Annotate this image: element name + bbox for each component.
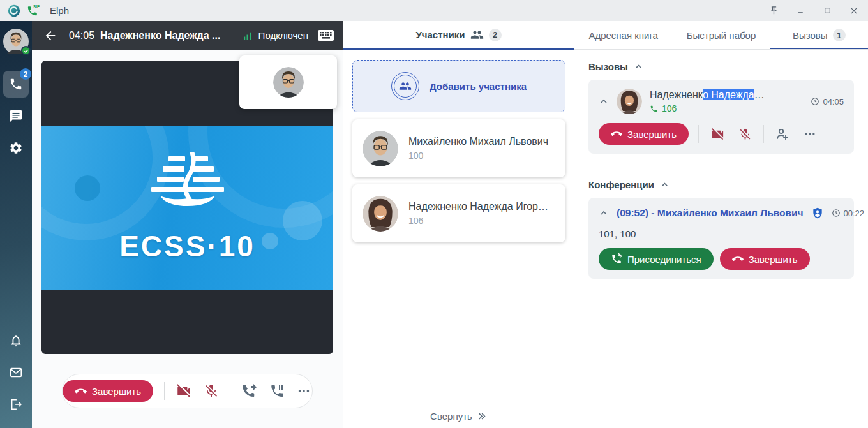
active-call-card: Надежненко Надежда… 106 04:05	[588, 80, 854, 154]
gear-icon	[9, 141, 23, 155]
participant-name: Надежненко Надежда Игор…	[408, 201, 548, 212]
keyboard-icon[interactable]	[317, 29, 334, 42]
right-panel: Адресная книга Быстрый набор Вызовы 1 Вы…	[574, 21, 868, 428]
ecss-logo: ECSS·10	[41, 126, 333, 290]
self-view-thumbnail[interactable]	[239, 55, 337, 109]
participant-avatar	[363, 196, 398, 232]
online-status-icon	[21, 46, 31, 55]
hold-call-icon[interactable]	[269, 382, 285, 400]
participants-count-badge: 2	[489, 29, 502, 41]
minimize-button[interactable]	[794, 4, 807, 17]
collapse-call-icon[interactable]	[599, 96, 609, 107]
chat-icon	[9, 109, 23, 123]
camera-off-icon[interactable]	[708, 125, 726, 143]
connection-status: Подключен	[258, 30, 308, 41]
calls-tab-badge: 1	[833, 29, 846, 41]
clock-icon	[811, 97, 819, 106]
collapse-conference-icon[interactable]	[599, 208, 609, 218]
controls-divider	[164, 382, 165, 400]
participant-name: Михайленко Михаил Львович	[408, 136, 548, 147]
people-icon	[470, 28, 484, 41]
app-logo-icon	[8, 4, 20, 17]
active-call-panel: 04:05 Надежненко Надежда ... Подключен	[32, 21, 343, 428]
actions-divider	[763, 125, 764, 143]
conference-duration: 00:22	[844, 209, 865, 218]
user-avatar[interactable]	[3, 29, 29, 54]
app-window: SIP Elph	[0, 0, 868, 428]
double-chevron-right-icon	[476, 411, 487, 421]
sidebar-item-settings[interactable]	[3, 135, 29, 161]
sidebar-item-logout[interactable]	[3, 391, 29, 418]
calls-section-header[interactable]: Вызовы	[588, 61, 854, 72]
clock-icon	[832, 209, 841, 218]
phone-icon	[9, 77, 23, 91]
phone-icon	[650, 105, 658, 113]
sidebar-item-chat[interactable]	[3, 103, 29, 129]
logout-icon	[9, 397, 23, 411]
sidebar-divider	[5, 64, 27, 64]
call-header: 04:05 Надежненко Надежда ... Подключен	[32, 21, 343, 50]
conference-card: (09:52) - Михайленко Михаил Львович 00:2…	[588, 198, 854, 279]
signal-strength-icon	[242, 30, 253, 41]
participants-header: Участники 2	[343, 21, 574, 50]
call-contact-name: Надежненко Надежда…	[650, 89, 765, 101]
join-conference-button[interactable]: Присоединиться	[599, 248, 714, 270]
call-duration: 04:05	[69, 30, 94, 41]
tab-speed-dial[interactable]: Быстрый набор	[672, 21, 770, 49]
conferences-section-header[interactable]: Конференции	[588, 179, 854, 190]
end-conference-button[interactable]: Завершить	[720, 248, 810, 270]
conference-members: 101, 100	[599, 228, 844, 239]
call-controls-bar: Завершить	[62, 374, 313, 408]
transfer-call-icon[interactable]	[241, 382, 258, 400]
call-contact-number: 106	[662, 103, 677, 114]
mic-off-icon[interactable]	[203, 382, 220, 400]
participant-card[interactable]: Михайленко Михаил Львович 100	[352, 119, 565, 177]
mic-off-icon[interactable]	[736, 125, 754, 143]
maximize-button[interactable]	[821, 4, 834, 17]
more-options-icon[interactable]	[801, 125, 819, 143]
end-call-button[interactable]: Завершить	[599, 123, 689, 145]
more-options-icon[interactable]	[296, 382, 312, 400]
callee-name: Надежненко Надежда ...	[100, 30, 220, 41]
call-card-duration: 04:05	[823, 97, 844, 107]
selected-text: о Надежда	[703, 89, 754, 100]
controls-divider	[230, 382, 230, 400]
add-participant-icon	[391, 72, 419, 100]
tab-calls[interactable]: Вызовы 1	[770, 21, 868, 49]
participant-card[interactable]: Надежненко Надежда Игор… 106	[352, 184, 565, 242]
sidebar-item-voicemail[interactable]	[3, 359, 29, 386]
right-panel-tabs: Адресная книга Быстрый набор Вызовы 1	[574, 21, 868, 50]
video-content: ECSS·10	[41, 126, 333, 290]
conference-owner-icon	[811, 207, 824, 219]
tab-address-book[interactable]: Адресная книга	[574, 21, 672, 49]
collapse-panel-button[interactable]: Свернуть	[343, 404, 574, 428]
left-sidebar: 2	[0, 21, 32, 428]
sip-phone-icon: SIP	[26, 4, 40, 17]
end-call-button[interactable]: Завершить	[63, 380, 153, 402]
participants-title: Участники	[415, 29, 465, 40]
mail-icon	[9, 365, 23, 380]
pin-icon[interactable]	[767, 4, 780, 17]
add-participant-button[interactable]: Добавить участника	[352, 60, 565, 112]
sidebar-item-notifications[interactable]	[3, 327, 29, 354]
participant-number: 106	[408, 216, 548, 226]
bell-icon	[9, 334, 23, 348]
call-avatar	[617, 89, 642, 114]
participants-panel: Участники 2 Добавить участника	[343, 21, 574, 428]
calls-count-badge: 2	[20, 68, 31, 80]
app-title: Elph	[50, 5, 69, 16]
back-arrow-icon[interactable]	[43, 29, 57, 43]
add-person-icon[interactable]	[774, 125, 791, 143]
sidebar-item-calls[interactable]: 2	[3, 71, 29, 98]
conference-title: (09:52) - Михайленко Михаил Львович	[617, 207, 804, 219]
participant-avatar	[363, 131, 398, 166]
actions-divider	[698, 125, 699, 143]
close-button[interactable]	[848, 4, 860, 17]
window-titlebar: SIP Elph	[0, 0, 868, 21]
add-participant-label: Добавить участника	[430, 81, 527, 92]
participant-number: 100	[408, 151, 548, 161]
svg-text:SIP: SIP	[33, 4, 40, 9]
camera-off-icon[interactable]	[176, 382, 192, 400]
collapse-label: Свернуть	[430, 411, 472, 422]
ecss-logo-text: ECSS·10	[119, 229, 255, 263]
